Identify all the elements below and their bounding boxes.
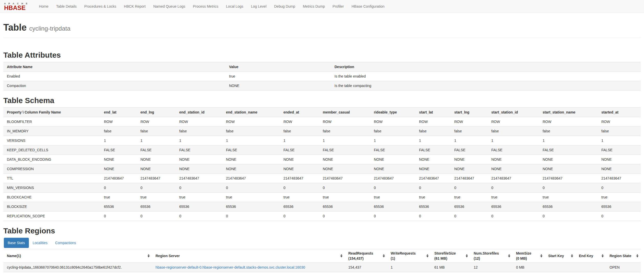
schema-row-compression: COMPRESSIONNONENONENONENONENONENONENONEN… [3, 164, 641, 174]
regions-col-region-server[interactable]: Region Server [152, 249, 345, 263]
schema-value-cell: 0 [176, 211, 222, 221]
nav-link-metrics-dump[interactable]: Metrics Dump [299, 0, 329, 13]
sort-icon[interactable] [636, 254, 638, 257]
nav-menu: HomeTable DetailsProcedures & LocksHBCK … [35, 0, 388, 13]
nav-link-profiler[interactable]: Profiler [329, 0, 348, 13]
sort-icon[interactable] [466, 254, 468, 257]
top-navbar: A P A C H E HBASE HomeTable DetailsProce… [0, 0, 644, 13]
nav-link-hbase-configuration[interactable]: HBase Configuration [348, 0, 388, 13]
sort-icon[interactable] [508, 254, 510, 257]
schema-value-cell: 65536 [319, 202, 370, 211]
sort-down-arrow [340, 256, 342, 257]
sort-icon[interactable] [383, 254, 385, 257]
hbase-logo[interactable]: A P A C H E HBASE [4, 2, 29, 11]
schema-col-start-lng: start_lng [451, 108, 488, 117]
nav-link-procedures-locks[interactable]: Procedures & Locks [80, 0, 120, 13]
schema-value-cell: 2147483647 [280, 174, 319, 183]
region-server-link[interactable]: hbase-regionserver-default-0.hbase-regio… [156, 265, 305, 269]
schema-value-cell: true [100, 193, 137, 202]
sort-icon[interactable] [602, 254, 604, 257]
schema-value-cell: FALSE [539, 145, 598, 155]
sort-up-arrow [636, 254, 638, 256]
schema-value-cell: 0 [319, 211, 370, 221]
region-write-requests-cell: 1 [387, 263, 431, 272]
schema-value-cell: 0 [451, 211, 488, 221]
regions-col-memsize[interactable]: MemSize(0 MB) [512, 249, 545, 263]
schema-value-cell: false [280, 127, 319, 136]
schema-value-cell: 1 [370, 136, 415, 145]
schema-value-cell: ROW [415, 117, 451, 127]
sort-up-arrow [508, 254, 510, 256]
page-title-text: Table [3, 22, 27, 33]
schema-col-end-station-name: end_station_name [222, 108, 280, 117]
regions-col-name-1[interactable]: Name(1) [3, 249, 152, 263]
sort-icon[interactable] [426, 254, 428, 257]
nav-link-log-level[interactable]: Log Level [247, 0, 270, 13]
schema-value-cell: 2147483647 [598, 174, 641, 183]
sort-up-arrow [340, 254, 342, 256]
schema-property-cell: VERSIONS [3, 136, 100, 145]
schema-value-cell: ROW [319, 117, 370, 127]
tab-link-localities[interactable]: Localities [29, 238, 51, 248]
schema-value-cell: NONE [488, 164, 539, 174]
tab-link-base-stats[interactable]: Base Stats [4, 238, 29, 248]
schema-value-cell: 0 [176, 183, 222, 193]
tab-link-compactions[interactable]: Compactions [51, 238, 80, 248]
schema-value-cell: 0 [488, 183, 539, 193]
schema-value-cell: 2147483647 [222, 174, 280, 183]
nav-link-named-queue-logs[interactable]: Named Queue Logs [149, 0, 189, 13]
regions-col-end-key[interactable]: End Key [575, 249, 606, 263]
schema-value-cell: NONE [415, 155, 451, 164]
sort-down-arrow [383, 256, 385, 257]
table-regions-section: Table Regions Base StatsLocalitiesCompac… [3, 227, 641, 272]
schema-value-cell: NONE [100, 155, 137, 164]
nav-link-process-metrics[interactable]: Process Metrics [189, 0, 222, 13]
nav-item-home: Home [35, 0, 52, 13]
sort-down-arrow [466, 256, 468, 257]
nav-link-local-logs[interactable]: Local Logs [222, 0, 247, 13]
schema-value-cell: NONE [176, 155, 222, 164]
regions-col-storefilesize[interactable]: StorefileSize(61 MB) [431, 249, 470, 263]
schema-value-cell: NONE [222, 155, 280, 164]
schema-value-cell: FALSE [488, 145, 539, 155]
regions-col-writerequests[interactable]: WriteRequests(1) [387, 249, 431, 263]
attributes-heading: Table Attributes [3, 51, 641, 59]
regions-col-num-storefiles[interactable]: Num.Storefiles(12) [470, 249, 512, 263]
nav-link-debug-dump[interactable]: Debug Dump [270, 0, 299, 13]
schema-value-cell: 65536 [451, 202, 488, 211]
schema-col-ended-at: ended_at [280, 108, 319, 117]
nav-item-log-level: Log Level [247, 0, 270, 13]
schema-value-cell: 2147483647 [539, 174, 598, 183]
sort-icon[interactable] [340, 254, 342, 257]
sort-icon[interactable] [571, 254, 573, 257]
sort-up-arrow [383, 254, 385, 256]
schema-value-cell: NONE [319, 164, 370, 174]
schema-value-cell: false [100, 127, 137, 136]
schema-value-cell: NONE [176, 164, 222, 174]
schema-property-cell: TTL [3, 174, 100, 183]
regions-col-region-state[interactable]: Region State [606, 249, 641, 263]
schema-value-cell: 65536 [222, 202, 280, 211]
schema-value-cell: 0 [319, 183, 370, 193]
region-start-key-cell [545, 263, 575, 272]
schema-value-cell: false [598, 127, 641, 136]
regions-col-start-key[interactable]: Start Key [545, 249, 575, 263]
attribute-row-enabled: EnabledtrueIs the table enabled [3, 72, 641, 81]
schema-value-cell: true [451, 193, 488, 202]
sort-icon[interactable] [540, 254, 542, 257]
nav-link-home[interactable]: Home [35, 0, 52, 13]
schema-value-cell: 2147483647 [100, 174, 137, 183]
schema-value-cell: FALSE [222, 145, 280, 155]
regions-col-readrequests[interactable]: ReadRequests(154,437) [345, 249, 387, 263]
schema-value-cell: ROW [222, 117, 280, 127]
schema-value-cell: NONE [488, 155, 539, 164]
schema-value-cell: 65536 [539, 202, 598, 211]
tab-base-stats: Base Stats [4, 238, 29, 248]
schema-value-cell: false [488, 127, 539, 136]
regions-table: Name(1)Region ServerReadRequests(154,437… [3, 249, 641, 272]
regions-heading: Table Regions [3, 227, 641, 235]
sort-icon[interactable] [148, 254, 150, 257]
nav-link-table-details[interactable]: Table Details [52, 0, 80, 13]
nav-link-hbck-report[interactable]: HBCK Report [120, 0, 149, 13]
schema-value-cell: FALSE [370, 145, 415, 155]
